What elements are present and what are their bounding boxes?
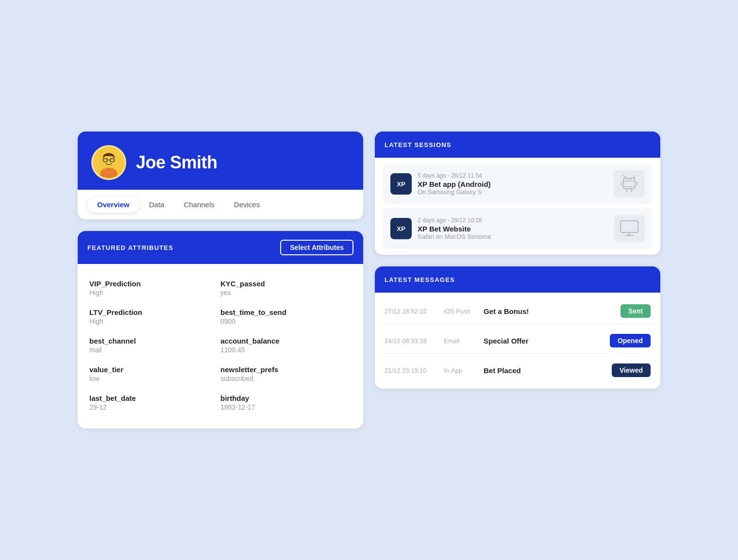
- attr-item: KYC_passed yes: [220, 274, 352, 302]
- sessions-card: LATEST SESSIONS XP 5 days ago - 26/12 11…: [375, 132, 660, 255]
- message-name: Special Offer: [484, 337, 604, 345]
- right-column: LATEST SESSIONS XP 5 days ago - 26/12 11…: [375, 132, 660, 428]
- attr-item: value_tier low: [89, 360, 220, 388]
- message-item: 21/12 23:15:10 In-App Bet Placed Viewed: [383, 358, 653, 383]
- message-channel: In-App: [444, 367, 478, 374]
- message-status-badge: Sent: [621, 304, 651, 318]
- avatar: [91, 145, 126, 180]
- tab-channels[interactable]: Channels: [174, 197, 224, 213]
- attr-value: low: [89, 375, 220, 382]
- session-app-name: XP Bet Website: [418, 225, 608, 233]
- desktop-icon: [614, 215, 645, 242]
- sessions-header-title: LATEST SESSIONS: [385, 141, 452, 148]
- message-channel: Email: [444, 337, 478, 345]
- profile-card: Joe Smith Overview Data Channels Devices: [78, 132, 363, 219]
- session-app-name: XP Bet app (Android): [418, 180, 608, 188]
- attr-value: yes: [220, 289, 352, 296]
- message-item: 27/12 18:52:22 iOS Push Get a Bonus! Sen…: [383, 298, 653, 324]
- attr-item: LTV_Prediction High: [89, 302, 220, 331]
- session-item: XP 2 days ago - 29/12 10:28 XP Bet Websi…: [383, 208, 653, 249]
- message-name: Bet Placed: [484, 366, 606, 375]
- session-time: 2 days ago - 29/12 10:28: [418, 217, 608, 224]
- messages-header-title: LATEST MESSAGES: [385, 276, 455, 283]
- svg-rect-17: [621, 221, 638, 232]
- messages-card: LATEST MESSAGES 27/12 18:52:22 iOS Push …: [375, 266, 660, 389]
- session-device: On Samsung Galaxy S: [418, 188, 608, 196]
- tab-data[interactable]: Data: [139, 197, 174, 213]
- message-time: 21/12 23:15:10: [385, 367, 438, 374]
- sessions-header: LATEST SESSIONS: [375, 132, 660, 158]
- left-column: Joe Smith Overview Data Channels Devices…: [78, 132, 363, 428]
- attr-item: best_time_to_send 0900: [220, 302, 352, 331]
- attr-name: value_tier: [89, 365, 220, 374]
- attr-item: newsletter_prefs subscribed: [220, 360, 352, 388]
- message-item: 24/12 08:33:18 Email Special Offer Opene…: [383, 328, 653, 354]
- attr-value: 0900: [220, 317, 352, 325]
- svg-point-11: [627, 179, 629, 181]
- select-attributes-button[interactable]: Select Attributes: [280, 240, 353, 255]
- attr-name: best_channel: [89, 337, 220, 345]
- attr-name: account_balance: [220, 337, 352, 345]
- attr-name: newsletter_prefs: [220, 365, 352, 374]
- attr-value: 29-12: [89, 403, 220, 411]
- profile-tabs: Overview Data Channels Devices: [78, 190, 363, 219]
- attr-name: last_bet_date: [89, 394, 220, 402]
- message-name: Get a Bonus!: [484, 307, 615, 315]
- attr-name: birthday: [220, 394, 352, 402]
- attributes-card: FEATURED ATTRIBUTES Select Attributes VI…: [78, 231, 363, 428]
- session-app-icon: XP: [390, 173, 412, 195]
- attr-value: 1983-12-17: [220, 403, 352, 411]
- svg-point-12: [630, 179, 632, 181]
- attributes-header: FEATURED ATTRIBUTES Select Attributes: [78, 231, 363, 264]
- main-container: Joe Smith Overview Data Channels Devices…: [78, 132, 660, 428]
- attr-name: best_time_to_send: [220, 308, 352, 316]
- attr-name: KYC_passed: [220, 280, 352, 288]
- attr-name: LTV_Prediction: [89, 308, 220, 316]
- tab-overview[interactable]: Overview: [87, 197, 139, 213]
- profile-header: Joe Smith: [78, 132, 363, 190]
- sessions-body: XP 5 days ago - 26/12 11:54 XP Bet app (…: [375, 158, 660, 255]
- attr-item: birthday 1983-12-17: [220, 388, 352, 417]
- attr-item: best_channel mail: [89, 331, 220, 360]
- session-item: XP 5 days ago - 26/12 11:54 XP Bet app (…: [383, 164, 653, 204]
- session-info: 2 days ago - 29/12 10:28 XP Bet Website …: [418, 217, 608, 240]
- attr-value: mail: [89, 346, 220, 354]
- message-status-badge: Opened: [610, 334, 651, 347]
- tab-devices[interactable]: Devices: [224, 197, 269, 213]
- session-app-icon: XP: [390, 218, 412, 239]
- session-device: Safari on MacOS Sonoma: [418, 233, 608, 240]
- attr-name: VIP_Prediction: [89, 280, 220, 288]
- message-time: 24/12 08:33:18: [385, 337, 438, 345]
- session-time: 5 days ago - 26/12 11:54: [418, 172, 608, 179]
- attributes-body: VIP_Prediction High KYC_passed yes LTV_P…: [78, 264, 363, 428]
- attr-item: account_balance 1100.45: [220, 331, 352, 360]
- attr-value: High: [89, 289, 220, 296]
- attr-value: subscribed: [220, 375, 352, 382]
- attr-item: VIP_Prediction High: [89, 274, 220, 302]
- attributes-header-title: FEATURED ATTRIBUTES: [87, 244, 173, 251]
- session-info: 5 days ago - 26/12 11:54 XP Bet app (And…: [418, 172, 608, 196]
- android-icon: [614, 170, 645, 198]
- attr-value: High: [89, 317, 220, 325]
- messages-body: 27/12 18:52:22 iOS Push Get a Bonus! Sen…: [375, 293, 660, 389]
- message-channel: iOS Push: [444, 308, 478, 315]
- attr-item: last_bet_date 29-12: [89, 388, 220, 417]
- message-time: 27/12 18:52:22: [385, 308, 438, 315]
- profile-name: Joe Smith: [136, 152, 218, 173]
- message-status-badge: Viewed: [612, 363, 651, 377]
- messages-header: LATEST MESSAGES: [375, 266, 660, 293]
- attr-value: 1100.45: [220, 346, 352, 354]
